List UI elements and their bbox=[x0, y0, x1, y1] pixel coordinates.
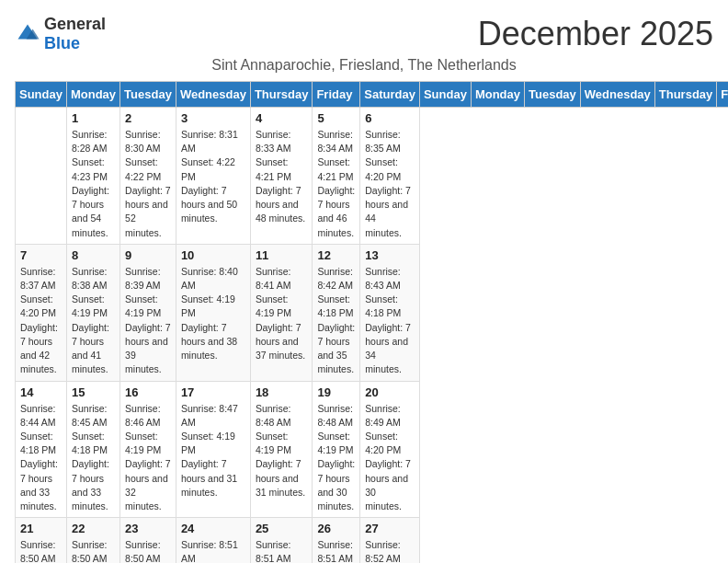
day-cell: 9Sunrise: 8:39 AMSunset: 4:19 PMDaylight… bbox=[120, 244, 176, 381]
day-number: 14 bbox=[20, 385, 62, 399]
day-number: 1 bbox=[72, 111, 115, 125]
calendar-table: SundayMondayTuesdayWednesdayThursdayFrid… bbox=[15, 81, 728, 563]
day-info: Sunrise: 8:47 AMSunset: 4:19 PMDaylight:… bbox=[181, 402, 245, 500]
month-title: December 2025 bbox=[478, 15, 713, 53]
day-info: Sunrise: 8:43 AMSunset: 4:18 PMDaylight:… bbox=[365, 265, 415, 377]
day-cell: 10Sunrise: 8:40 AMSunset: 4:19 PMDayligh… bbox=[176, 244, 250, 381]
day-info: Sunrise: 8:38 AMSunset: 4:19 PMDaylight:… bbox=[72, 265, 115, 377]
day-cell: 1Sunrise: 8:28 AMSunset: 4:23 PMDaylight… bbox=[66, 108, 119, 245]
day-cell: 6Sunrise: 8:35 AMSunset: 4:20 PMDaylight… bbox=[360, 108, 420, 245]
day-info: Sunrise: 8:45 AMSunset: 4:18 PMDaylight:… bbox=[72, 402, 115, 514]
day-number: 8 bbox=[72, 248, 115, 262]
day-info: Sunrise: 8:41 AMSunset: 4:19 PMDaylight:… bbox=[256, 265, 308, 363]
logo-blue: Blue bbox=[44, 34, 80, 52]
week-row-2: 7Sunrise: 8:37 AMSunset: 4:20 PMDaylight… bbox=[16, 244, 729, 381]
day-number: 18 bbox=[256, 385, 308, 399]
day-number: 15 bbox=[72, 385, 115, 399]
day-info: Sunrise: 8:39 AMSunset: 4:19 PMDaylight:… bbox=[125, 265, 171, 377]
day-info: Sunrise: 8:51 AMSunset: 4:22 PMDaylight:… bbox=[256, 538, 308, 563]
col-header-thursday: Thursday bbox=[250, 82, 313, 108]
day-info: Sunrise: 8:44 AMSunset: 4:18 PMDaylight:… bbox=[20, 402, 62, 514]
day-number: 20 bbox=[365, 385, 415, 399]
day-cell: 5Sunrise: 8:34 AMSunset: 4:21 PMDaylight… bbox=[313, 108, 360, 245]
day-info: Sunrise: 8:48 AMSunset: 4:19 PMDaylight:… bbox=[256, 402, 308, 500]
col-header-tuesday: Tuesday bbox=[120, 82, 176, 108]
day-cell: 17Sunrise: 8:47 AMSunset: 4:19 PMDayligh… bbox=[176, 381, 250, 518]
day-number: 19 bbox=[317, 385, 355, 399]
logo: General Blue bbox=[15, 15, 106, 53]
day-number: 17 bbox=[181, 385, 245, 399]
day-cell: 18Sunrise: 8:48 AMSunset: 4:19 PMDayligh… bbox=[250, 381, 313, 518]
day-info: Sunrise: 8:48 AMSunset: 4:19 PMDaylight:… bbox=[317, 402, 355, 514]
day-info: Sunrise: 8:40 AMSunset: 4:19 PMDaylight:… bbox=[181, 265, 245, 363]
day-number: 25 bbox=[256, 522, 308, 535]
day-info: Sunrise: 8:34 AMSunset: 4:21 PMDaylight:… bbox=[317, 128, 355, 240]
day-cell bbox=[16, 108, 67, 245]
day-info: Sunrise: 8:51 AMSunset: 4:22 PMDaylight:… bbox=[181, 538, 245, 563]
day-info: Sunrise: 8:46 AMSunset: 4:19 PMDaylight:… bbox=[125, 402, 171, 514]
day-info: Sunrise: 8:31 AMSunset: 4:22 PMDaylight:… bbox=[181, 128, 245, 226]
day-number: 22 bbox=[72, 522, 115, 535]
week-row-3: 14Sunrise: 8:44 AMSunset: 4:18 PMDayligh… bbox=[16, 381, 729, 518]
day-number: 6 bbox=[365, 111, 415, 125]
day-number: 13 bbox=[365, 248, 415, 262]
day-cell: 23Sunrise: 8:50 AMSunset: 4:21 PMDayligh… bbox=[120, 518, 176, 563]
day-cell: 11Sunrise: 8:41 AMSunset: 4:19 PMDayligh… bbox=[250, 244, 313, 381]
day-cell: 19Sunrise: 8:48 AMSunset: 4:19 PMDayligh… bbox=[313, 381, 360, 518]
day-cell: 16Sunrise: 8:46 AMSunset: 4:19 PMDayligh… bbox=[120, 381, 176, 518]
day-number: 10 bbox=[181, 248, 245, 262]
day-number: 16 bbox=[125, 385, 171, 399]
day-info: Sunrise: 8:49 AMSunset: 4:20 PMDaylight:… bbox=[365, 402, 415, 514]
day-cell: 27Sunrise: 8:52 AMSunset: 4:24 PMDayligh… bbox=[360, 518, 420, 563]
day-cell: 14Sunrise: 8:44 AMSunset: 4:18 PMDayligh… bbox=[16, 381, 67, 518]
col-header-monday: Monday bbox=[66, 82, 119, 108]
day-number: 2 bbox=[125, 111, 171, 125]
col-header-wednesday: Wednesday bbox=[580, 82, 654, 108]
col-header-monday: Monday bbox=[471, 82, 524, 108]
logo-general: General bbox=[44, 15, 106, 33]
day-cell: 13Sunrise: 8:43 AMSunset: 4:18 PMDayligh… bbox=[360, 244, 420, 381]
logo-text: General Blue bbox=[44, 15, 106, 53]
week-row-4: 21Sunrise: 8:50 AMSunset: 4:20 PMDayligh… bbox=[16, 518, 729, 563]
day-info: Sunrise: 8:50 AMSunset: 4:20 PMDaylight:… bbox=[20, 538, 62, 563]
day-cell: 20Sunrise: 8:49 AMSunset: 4:20 PMDayligh… bbox=[360, 381, 420, 518]
day-cell: 2Sunrise: 8:30 AMSunset: 4:22 PMDaylight… bbox=[120, 108, 176, 245]
col-header-tuesday: Tuesday bbox=[525, 82, 581, 108]
day-info: Sunrise: 8:50 AMSunset: 4:21 PMDaylight:… bbox=[72, 538, 115, 563]
day-cell: 3Sunrise: 8:31 AMSunset: 4:22 PMDaylight… bbox=[176, 108, 250, 245]
day-number: 12 bbox=[317, 248, 355, 262]
day-info: Sunrise: 8:35 AMSunset: 4:20 PMDaylight:… bbox=[365, 128, 415, 240]
day-info: Sunrise: 8:30 AMSunset: 4:22 PMDaylight:… bbox=[125, 128, 171, 240]
day-info: Sunrise: 8:28 AMSunset: 4:23 PMDaylight:… bbox=[72, 128, 115, 240]
title-block: December 2025 bbox=[478, 15, 713, 53]
day-info: Sunrise: 8:52 AMSunset: 4:24 PMDaylight:… bbox=[365, 538, 415, 563]
day-number: 5 bbox=[317, 111, 355, 125]
page-header: General Blue December 2025 bbox=[15, 15, 713, 53]
day-cell: 8Sunrise: 8:38 AMSunset: 4:19 PMDaylight… bbox=[66, 244, 119, 381]
location-title: Sint Annaparochie, Friesland, The Nether… bbox=[15, 57, 713, 74]
col-header-sunday: Sunday bbox=[419, 82, 471, 108]
day-cell: 24Sunrise: 8:51 AMSunset: 4:22 PMDayligh… bbox=[176, 518, 250, 563]
col-header-sunday: Sunday bbox=[16, 82, 67, 108]
col-header-thursday: Thursday bbox=[654, 82, 717, 108]
day-number: 24 bbox=[181, 522, 245, 535]
day-number: 4 bbox=[256, 111, 308, 125]
day-info: Sunrise: 8:50 AMSunset: 4:21 PMDaylight:… bbox=[125, 538, 171, 563]
day-info: Sunrise: 8:33 AMSunset: 4:21 PMDaylight:… bbox=[256, 128, 308, 226]
col-header-friday: Friday bbox=[717, 82, 728, 108]
col-header-wednesday: Wednesday bbox=[176, 82, 250, 108]
logo-icon bbox=[15, 21, 40, 47]
day-info: Sunrise: 8:37 AMSunset: 4:20 PMDaylight:… bbox=[20, 265, 62, 377]
day-number: 21 bbox=[20, 522, 62, 535]
day-number: 26 bbox=[317, 522, 355, 535]
day-cell: 25Sunrise: 8:51 AMSunset: 4:22 PMDayligh… bbox=[250, 518, 313, 563]
week-row-1: 1Sunrise: 8:28 AMSunset: 4:23 PMDaylight… bbox=[16, 108, 729, 245]
day-number: 9 bbox=[125, 248, 171, 262]
col-header-saturday: Saturday bbox=[360, 82, 420, 108]
day-cell: 26Sunrise: 8:51 AMSunset: 4:23 PMDayligh… bbox=[313, 518, 360, 563]
day-cell: 12Sunrise: 8:42 AMSunset: 4:18 PMDayligh… bbox=[313, 244, 360, 381]
day-cell: 21Sunrise: 8:50 AMSunset: 4:20 PMDayligh… bbox=[16, 518, 67, 563]
day-number: 7 bbox=[20, 248, 62, 262]
day-cell: 4Sunrise: 8:33 AMSunset: 4:21 PMDaylight… bbox=[250, 108, 313, 245]
day-info: Sunrise: 8:42 AMSunset: 4:18 PMDaylight:… bbox=[317, 265, 355, 377]
